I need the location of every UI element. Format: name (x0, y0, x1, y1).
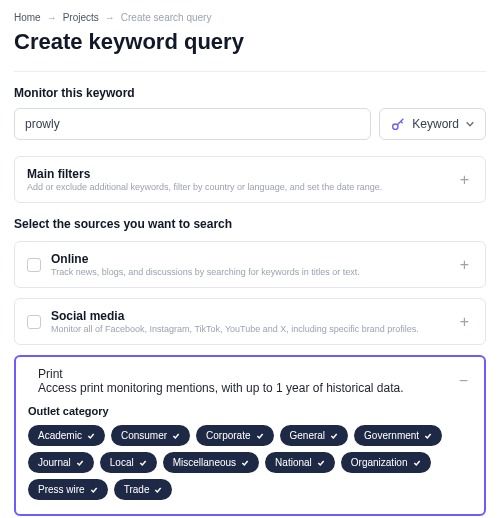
chip-label: Press wire (38, 484, 85, 495)
chip-label: National (275, 457, 312, 468)
outlet-chip[interactable]: Local (100, 452, 157, 473)
chip-label: General (290, 430, 326, 441)
outlet-chips: AcademicConsumerCorporateGeneralGovernme… (28, 425, 472, 500)
chevron-right-icon: → (47, 12, 57, 23)
plus-icon[interactable]: + (456, 171, 473, 189)
check-icon (76, 459, 84, 467)
chevron-right-icon: → (105, 12, 115, 23)
checkbox-online[interactable] (27, 258, 41, 272)
checkbox-social[interactable] (27, 315, 41, 329)
crumb-home[interactable]: Home (14, 12, 41, 23)
outlet-chip[interactable]: Journal (28, 452, 94, 473)
main-filters-title: Main filters (27, 167, 456, 181)
check-icon (413, 459, 421, 467)
outlet-chip[interactable]: Trade (114, 479, 173, 500)
check-icon (330, 432, 338, 440)
plus-icon[interactable]: + (456, 256, 473, 274)
divider (14, 71, 486, 72)
crumb-current: Create search query (121, 12, 212, 23)
outlet-chip[interactable]: Press wire (28, 479, 108, 500)
outlet-chip[interactable]: Miscellaneous (163, 452, 259, 473)
keyword-input[interactable] (14, 108, 371, 140)
outlet-chip[interactable]: Organization (341, 452, 431, 473)
source-print: Print Access print monitoring mentions, … (14, 355, 486, 516)
check-icon (172, 432, 180, 440)
chip-label: Local (110, 457, 134, 468)
chip-label: Consumer (121, 430, 167, 441)
query-type-label: Keyword (412, 117, 459, 131)
check-icon (317, 459, 325, 467)
source-print-title: Print (38, 367, 445, 381)
breadcrumb: Home → Projects → Create search query (14, 12, 486, 23)
chip-label: Journal (38, 457, 71, 468)
source-social-title: Social media (51, 309, 446, 323)
keyword-row: Keyword (14, 108, 486, 140)
outlet-chip[interactable]: Government (354, 425, 442, 446)
check-icon (154, 486, 162, 494)
check-icon (87, 432, 95, 440)
check-icon (241, 459, 249, 467)
check-icon (256, 432, 264, 440)
key-icon (390, 116, 406, 132)
check-icon (139, 459, 147, 467)
chip-label: Miscellaneous (173, 457, 236, 468)
source-social-desc: Monitor all of Facebook, Instagram, TikT… (51, 324, 446, 334)
query-type-select[interactable]: Keyword (379, 108, 486, 140)
crumb-projects[interactable]: Projects (63, 12, 99, 23)
minus-icon[interactable]: − (455, 372, 472, 390)
check-icon (424, 432, 432, 440)
plus-icon[interactable]: + (456, 313, 473, 331)
outlet-chip[interactable]: Academic (28, 425, 105, 446)
sources-label: Select the sources you want to search (14, 217, 486, 231)
monitor-label: Monitor this keyword (14, 86, 486, 100)
outlet-chip[interactable]: Corporate (196, 425, 273, 446)
main-filters-desc: Add or exclude additional keywords, filt… (27, 182, 456, 192)
source-online-desc: Track news, blogs, and discussions by se… (51, 267, 446, 277)
chevron-down-icon (465, 119, 475, 129)
main-filters-box[interactable]: Main filters Add or exclude additional k… (14, 156, 486, 203)
source-social[interactable]: Social media Monitor all of Facebook, In… (14, 298, 486, 345)
chip-label: Academic (38, 430, 82, 441)
chip-label: Trade (124, 484, 150, 495)
outlet-category-label: Outlet category (28, 405, 472, 417)
page-title: Create keyword query (14, 29, 486, 55)
check-icon (90, 486, 98, 494)
chip-label: Government (364, 430, 419, 441)
outlet-chip[interactable]: General (280, 425, 349, 446)
svg-point-0 (393, 124, 398, 129)
outlet-chip[interactable]: National (265, 452, 335, 473)
source-print-desc: Access print monitoring mentions, with u… (38, 381, 445, 395)
source-online[interactable]: Online Track news, blogs, and discussion… (14, 241, 486, 288)
chip-label: Organization (351, 457, 408, 468)
source-online-title: Online (51, 252, 446, 266)
chip-label: Corporate (206, 430, 250, 441)
outlet-chip[interactable]: Consumer (111, 425, 190, 446)
